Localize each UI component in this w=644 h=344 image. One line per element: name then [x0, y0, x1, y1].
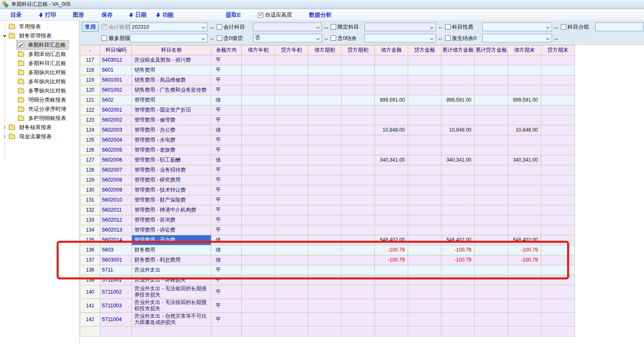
cell-debit-amount[interactable] [375, 175, 408, 185]
cell-subject-code[interactable]: 5711001 [100, 275, 132, 285]
cell-credit-period-begin[interactable] [342, 327, 375, 337]
cell-credit-amount[interactable] [408, 185, 441, 195]
cell-credit-period-begin[interactable] [342, 285, 375, 299]
cell-debit-period-end[interactable] [508, 65, 541, 75]
cell-debit-period-begin[interactable] [308, 265, 342, 275]
common-filters-button[interactable]: 常用 [82, 22, 99, 32]
cell-cumulative-debit[interactable]: 10,848.00 [441, 125, 475, 135]
cell-subject-code[interactable]: 5602012 [100, 215, 132, 225]
cell-debit-amount[interactable] [375, 165, 408, 175]
cell-subject-code[interactable]: 5602007 [100, 165, 132, 175]
menu-button-chart[interactable]: 图形 [73, 11, 84, 19]
cell-debit-period-end[interactable] [508, 145, 541, 155]
cell-subject-code[interactable]: 5602001 [100, 105, 132, 115]
cell-debit-year-begin[interactable] [242, 299, 275, 313]
sidebar-item[interactable]: 明细分类账报表 [0, 95, 79, 105]
cell-cumulative-credit[interactable] [475, 105, 508, 115]
data-analysis-button[interactable]: 数据分析 [309, 11, 332, 19]
cell-subject-name[interactable]: 管理费用 - 诉讼费 [132, 225, 211, 235]
cell-cumulative-debit[interactable]: 548,402.00 [441, 235, 475, 245]
cell-credit-period-begin[interactable] [342, 75, 375, 85]
cell-cumulative-credit[interactable] [475, 135, 508, 145]
row-number-cell[interactable]: 124 [80, 125, 100, 135]
row-number-cell[interactable]: 140 [80, 285, 100, 299]
cell-debit-period-begin[interactable] [308, 75, 342, 85]
cell-subject-name[interactable]: 管理费用 [132, 95, 211, 105]
cell-subject-code[interactable]: 5711004 [100, 313, 132, 327]
cell-credit-period-end[interactable] [541, 125, 575, 135]
row-number-cell[interactable]: 139 [80, 275, 100, 285]
cell-subject-name[interactable]: 销售费用 - 商品维修费 [132, 75, 211, 85]
cell-credit-year-begin[interactable] [275, 235, 308, 245]
cell-subject-name[interactable] [132, 327, 211, 337]
cell-credit-amount[interactable] [408, 245, 441, 255]
cell-debit-year-begin[interactable] [242, 185, 275, 195]
cell-balance-direction[interactable]: 平 [211, 105, 242, 115]
cell-credit-period-end[interactable] [541, 175, 575, 185]
row-number-cell[interactable]: 133 [80, 215, 100, 225]
cell-debit-year-begin[interactable] [242, 145, 275, 155]
cell-cumulative-debit[interactable]: 899,591.00 [441, 95, 475, 105]
cell-cumulative-debit[interactable] [441, 185, 475, 195]
cell-debit-year-begin[interactable] [242, 65, 275, 75]
chevron-right-icon[interactable] [2, 135, 7, 138]
cell-subject-name[interactable]: 销售费用 [132, 65, 211, 75]
cell-subject-code[interactable]: 5711003 [100, 299, 132, 313]
cell-balance-direction[interactable] [211, 327, 242, 337]
cell-subject-name[interactable]: 管理费用 - 业务招待费 [132, 165, 211, 175]
cell-debit-period-end[interactable] [508, 85, 541, 95]
column-header[interactable]: 科目名称 [132, 45, 211, 55]
cell-cumulative-credit[interactable] [475, 327, 508, 337]
cell-credit-amount[interactable] [408, 235, 441, 245]
cell-credit-period-begin[interactable] [342, 125, 375, 135]
cell-credit-year-begin[interactable] [275, 185, 308, 195]
cell-subject-code[interactable]: 5602010 [100, 195, 132, 205]
cell-debit-period-begin[interactable] [308, 275, 342, 285]
cell-debit-year-begin[interactable] [242, 313, 275, 327]
cell-debit-amount[interactable] [375, 313, 408, 327]
cell-credit-year-begin[interactable] [275, 165, 308, 175]
cell-balance-direction[interactable]: 平 [211, 313, 242, 327]
cell-credit-year-begin[interactable] [275, 255, 308, 265]
cell-debit-year-begin[interactable] [242, 75, 275, 85]
cell-debit-year-begin[interactable] [242, 235, 275, 245]
cell-debit-amount[interactable]: 340,341.00 [375, 155, 408, 165]
cell-debit-period-end[interactable] [508, 299, 541, 313]
column-header[interactable]: 借方金额 [375, 45, 408, 55]
cell-cumulative-debit[interactable] [441, 327, 475, 337]
cell-balance-direction[interactable]: 平 [211, 265, 242, 275]
row-number-cell[interactable]: 122 [80, 105, 100, 115]
cell-debit-period-begin[interactable] [308, 313, 342, 327]
extract-button[interactable]: 提取E [226, 11, 241, 19]
cell-debit-period-end[interactable] [508, 135, 541, 145]
cell-subject-name[interactable]: 营业外支出 - 坏账损失 [132, 275, 211, 285]
cell-cumulative-credit[interactable] [475, 75, 508, 85]
cell-debit-year-begin[interactable] [242, 155, 275, 165]
cell-subject-code[interactable]: 5602 [100, 95, 132, 105]
cell-credit-amount[interactable] [408, 85, 441, 95]
cell-debit-amount[interactable] [375, 265, 408, 275]
cell-subject-code[interactable]: 5403012 [100, 55, 132, 65]
cell-credit-amount[interactable] [408, 105, 441, 115]
cell-subject-name[interactable]: 管理费用 - 水电费 [132, 135, 211, 145]
cell-debit-amount[interactable]: 899,591.00 [375, 95, 408, 105]
cell-debit-period-end[interactable]: -100.79 [508, 245, 541, 255]
cell-debit-period-begin[interactable] [308, 85, 342, 95]
subject-nature-checkbox[interactable] [445, 24, 451, 30]
cell-credit-period-end[interactable] [541, 75, 575, 85]
cell-credit-period-end[interactable] [541, 165, 575, 175]
cell-credit-period-begin[interactable] [342, 65, 375, 75]
cell-debit-period-begin[interactable] [308, 205, 342, 215]
cell-credit-period-begin[interactable] [342, 165, 375, 175]
cell-cumulative-debit[interactable]: -100.79 [441, 255, 475, 265]
include-zero-bal-dropdown[interactable] [364, 34, 436, 42]
cell-cumulative-credit[interactable] [475, 55, 508, 65]
cell-subject-name[interactable]: 管理费用 - 职工薪酬 [132, 155, 211, 165]
cell-debit-amount[interactable]: 10,848.00 [375, 125, 408, 135]
cell-debit-period-begin[interactable] [308, 215, 342, 225]
column-header[interactable]: 借方年初 [242, 45, 275, 55]
cell-debit-year-begin[interactable] [242, 205, 275, 215]
cell-debit-period-end[interactable]: 899,591.00 [508, 95, 541, 105]
sidebar-item[interactable]: 常用报表 [0, 22, 79, 31]
cell-debit-amount[interactable] [375, 75, 408, 85]
